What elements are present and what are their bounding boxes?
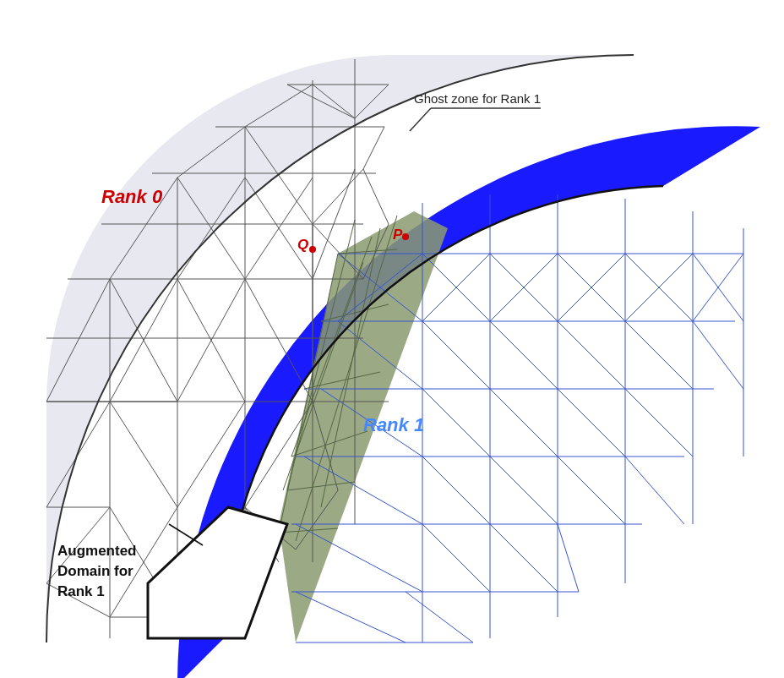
svg-line-74 [558,321,625,389]
svg-line-90 [558,524,579,592]
rank0-label: Rank 0 [101,186,162,208]
augmented-domain-label: Augmented Domain for Rank 1 [57,541,137,601]
svg-line-76 [693,321,743,389]
svg-line-25 [363,169,389,224]
svg-line-83 [422,457,490,524]
svg-line-85 [558,457,625,524]
svg-line-24 [363,127,384,169]
svg-line-79 [490,389,558,457]
svg-line-91 [296,592,406,642]
svg-line-88 [422,524,490,592]
point-q-label: Q [297,237,308,254]
svg-point-114 [402,233,409,240]
svg-line-89 [490,524,558,592]
svg-line-78 [422,389,490,457]
svg-line-92 [406,592,473,642]
svg-point-113 [309,246,316,253]
point-p-label: P [393,227,402,243]
rank1-label: Rank 1 [363,414,424,436]
svg-line-72 [422,321,490,389]
svg-line-111 [410,108,431,131]
ghost-zone-label: Ghost zone for Rank 1 [414,91,541,106]
svg-line-84 [490,457,558,524]
svg-line-75 [625,321,693,389]
svg-line-29 [110,402,177,507]
svg-line-81 [625,389,693,457]
svg-line-86 [625,457,684,524]
svg-line-23 [313,169,363,224]
svg-line-80 [558,389,625,457]
svg-line-73 [490,321,558,389]
diagram-container: Ghost zone for Rank 1 Rank 0 Rank 1 Q P … [0,0,784,678]
